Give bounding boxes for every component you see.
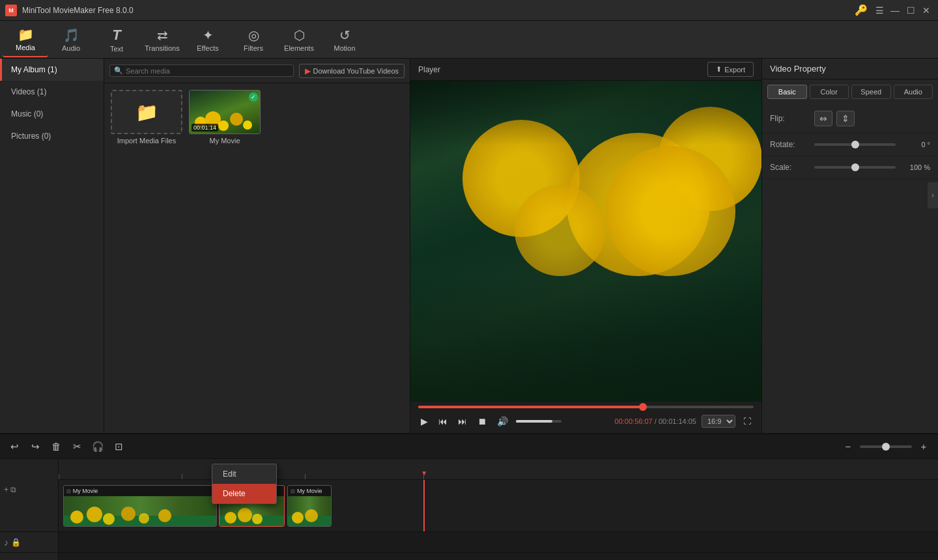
- video-preview: [410, 81, 761, 402]
- close-button[interactable]: ✕: [920, 4, 933, 17]
- titlebar: M MiniTool MovieMaker Free 8.0.0 🔑 ☰ — ☐…: [0, 0, 938, 21]
- search-icon: 🔍: [114, 66, 123, 75]
- scale-section: Scale: 100 %: [762, 156, 938, 179]
- time-display: 00:00:56:07 / 00:01:14:05: [567, 417, 696, 425]
- timeline-ruler-track: 00:00:00 00:00:20:00 00:00:40:00 00:01:0…: [59, 459, 938, 560]
- yt-icon: ▶: [305, 66, 311, 76]
- track-labels: + ⧉ ♪ 🔒: [0, 459, 59, 560]
- nav-music[interactable]: Music (0): [0, 103, 104, 125]
- zoom-out-button[interactable]: −: [839, 438, 857, 455]
- maximize-button[interactable]: ☐: [904, 4, 917, 17]
- export-button[interactable]: ⬆ Export: [707, 62, 754, 77]
- progress-fill: [418, 406, 643, 408]
- volume-button[interactable]: 🔊: [494, 415, 511, 428]
- zoom-in-button[interactable]: +: [915, 438, 933, 455]
- media-duration: 00:01:14: [192, 124, 218, 132]
- progress-thumb[interactable]: [639, 403, 647, 411]
- timeline-area: ↩ ↪ 🗑 ✂ 🎧 ⊡ − + + ⧉: [0, 433, 938, 560]
- import-thumb: 📁: [111, 90, 182, 134]
- import-media-item[interactable]: 📁 Import Media Files: [111, 90, 182, 145]
- player-header: Player ⬆ Export: [410, 59, 761, 81]
- toolbar-media-label: Media: [16, 44, 35, 51]
- toolbar-transitions[interactable]: ⇄ Transitions: [139, 22, 185, 57]
- playhead[interactable]: [423, 480, 425, 531]
- toolbar-audio[interactable]: 🎵 Audio: [48, 22, 94, 57]
- main-toolbar: 📁 Media 🎵 Audio T Text ⇄ Transitions ✦ E…: [0, 21, 938, 59]
- toolbar-media[interactable]: 📁 Media: [3, 22, 48, 57]
- clip-3-label: My Movie: [297, 488, 322, 494]
- player-controls: ▶ ⏮ ⏭ ⏹ 🔊 00:00:56:07 / 00:01:14:05 16:9…: [410, 410, 761, 433]
- media-toolbar: 🔍 ▶ Download YouTube Videos: [104, 59, 410, 83]
- toolbar-motion[interactable]: ↺ Motion: [322, 22, 367, 57]
- rotate-slider[interactable]: [814, 143, 896, 146]
- undo-button[interactable]: ↩: [5, 438, 23, 455]
- left-nav-panel: My Album (1) Videos (1) Music (0) Pictur…: [0, 59, 104, 433]
- aspect-ratio-select[interactable]: 16:9 9:16 4:3 1:1: [702, 415, 735, 428]
- rotate-label: Rotate:: [770, 140, 809, 149]
- context-menu-delete[interactable]: Delete: [212, 484, 276, 503]
- clip-1-bg: [64, 496, 216, 516]
- video-clip-3[interactable]: ⊡ My Movie: [287, 485, 332, 527]
- zoom-slider[interactable]: [860, 445, 912, 448]
- scale-value: 100 %: [901, 163, 930, 171]
- add-track-icon[interactable]: +: [4, 485, 8, 494]
- video-clip-1[interactable]: ⊡ My Movie: [63, 485, 217, 527]
- elements-icon: ⬡: [294, 27, 305, 43]
- progress-track[interactable]: [418, 406, 754, 408]
- app-logo: M: [5, 5, 17, 16]
- toolbar-text[interactable]: T Text: [94, 22, 139, 57]
- toolbar-effects[interactable]: ✦ Effects: [185, 22, 231, 57]
- flip-section: Flip: ⇔ ⇕: [762, 104, 938, 133]
- fullscreen-button[interactable]: ⛶: [741, 415, 754, 427]
- flip-horizontal-button[interactable]: ⇔: [814, 111, 832, 126]
- my-movie-media-item[interactable]: 00:01:14 ✓ My Movie: [189, 90, 261, 145]
- effects-icon: ✦: [203, 27, 214, 43]
- music-note-icon: ♪: [4, 537, 8, 548]
- cut-button[interactable]: ✂: [68, 438, 86, 455]
- motion-icon: ↺: [339, 27, 350, 43]
- add-track-copy-icon[interactable]: ⧉: [10, 485, 16, 494]
- media-panel: 🔍 ▶ Download YouTube Videos 📁 Import Med…: [104, 59, 410, 433]
- tab-audio[interactable]: Audio: [894, 85, 933, 99]
- tab-speed[interactable]: Speed: [851, 85, 891, 99]
- skip-back-button[interactable]: ⏮: [436, 415, 450, 428]
- redo-button[interactable]: ↪: [26, 438, 44, 455]
- skip-forward-button[interactable]: ⏭: [455, 415, 470, 428]
- media-check-icon: ✓: [249, 92, 258, 102]
- timeline-ruler[interactable]: 00:00:00 00:00:20:00 00:00:40:00 00:01:0…: [59, 459, 938, 480]
- rotate-thumb: [851, 141, 859, 148]
- panel-collapse-button[interactable]: ›: [928, 182, 938, 208]
- flip-vertical-button[interactable]: ⇕: [836, 111, 855, 126]
- nav-pictures[interactable]: Pictures (0): [0, 125, 104, 147]
- clip-3-icon: ⊡: [291, 488, 295, 494]
- toolbar-effects-label: Effects: [197, 44, 218, 52]
- toolbar-filters-label: Filters: [244, 44, 263, 52]
- key-icon: 🔑: [855, 4, 868, 16]
- hamburger-menu-button[interactable]: ☰: [873, 4, 886, 17]
- play-button[interactable]: ▶: [418, 415, 431, 428]
- nav-my-album[interactable]: My Album (1): [0, 59, 104, 81]
- minimize-button[interactable]: —: [888, 4, 902, 17]
- context-menu-edit[interactable]: Edit: [212, 464, 276, 484]
- tab-color[interactable]: Color: [810, 85, 849, 99]
- media-icon: 📁: [18, 27, 34, 42]
- tab-basic[interactable]: Basic: [767, 85, 807, 99]
- toolbar-elements[interactable]: ⬡ Elements: [276, 22, 322, 57]
- stop-button[interactable]: ⏹: [475, 415, 489, 428]
- toolbar-motion-label: Motion: [334, 44, 355, 52]
- clip-1-thumbnail: [64, 496, 216, 516]
- detach-audio-button[interactable]: 🎧: [89, 438, 107, 455]
- scale-slider[interactable]: [814, 166, 896, 169]
- volume-slider[interactable]: [516, 420, 561, 423]
- download-youtube-button[interactable]: ▶ Download YouTube Videos: [299, 64, 405, 78]
- crop-button[interactable]: ⊡: [109, 438, 128, 455]
- search-input[interactable]: [126, 67, 289, 75]
- nav-videos[interactable]: Videos (1): [0, 81, 104, 103]
- app-title: MiniTool MovieMaker Free 8.0.0: [22, 6, 855, 15]
- delete-button[interactable]: 🗑: [47, 438, 65, 455]
- lock-icon[interactable]: 🔒: [11, 538, 21, 547]
- toolbar-filters[interactable]: ◎ Filters: [231, 22, 276, 57]
- zoom-thumb: [882, 443, 890, 451]
- rotate-value: 0 °: [901, 141, 930, 148]
- rotate-section: Rotate: 0 °: [762, 133, 938, 156]
